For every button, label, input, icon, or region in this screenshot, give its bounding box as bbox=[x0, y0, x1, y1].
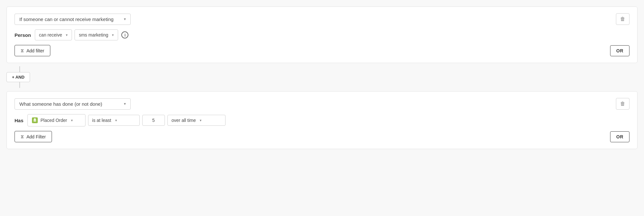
block2-time-chevron-icon: ▾ bbox=[200, 118, 202, 123]
block2-trash-icon: 🗑 bbox=[620, 101, 625, 107]
block2-or-label: OR bbox=[616, 134, 623, 139]
block2-has-row: Has Placed Order ▾ is at least ▾ over al… bbox=[15, 114, 629, 126]
block1-person-row: Person can receive ▾ sms marketing ▾ i bbox=[15, 29, 629, 40]
block2-or-button[interactable]: OR bbox=[610, 131, 629, 142]
block1-add-filter-button[interactable]: ⧖ Add filter bbox=[15, 45, 50, 56]
block1-or-label: OR bbox=[616, 48, 623, 53]
block2-delete-button[interactable]: 🗑 bbox=[616, 98, 629, 110]
block2-add-filter-label: Add Filter bbox=[26, 134, 46, 139]
shopify-bag-icon bbox=[32, 117, 38, 124]
block2-filter-icon: ⧖ bbox=[21, 134, 24, 139]
block2-add-filter-button[interactable]: ⧖ Add Filter bbox=[15, 131, 52, 142]
block2-count-input[interactable] bbox=[142, 115, 165, 126]
block1-can-receive-select[interactable]: can receive ▾ bbox=[35, 29, 72, 40]
and-connector: + AND bbox=[6, 63, 638, 91]
block1-condition-chevron-icon: ▾ bbox=[124, 17, 126, 21]
block1-can-receive-chevron-icon: ▾ bbox=[66, 33, 68, 37]
block1-bottom-row: ⧖ Add filter OR bbox=[15, 45, 629, 56]
block1-filter-icon: ⧖ bbox=[21, 48, 24, 53]
block1-add-filter-label: Add filter bbox=[26, 48, 44, 53]
block1-top-row: If someone can or cannot receive marketi… bbox=[15, 13, 629, 25]
block2-time-select[interactable]: over all time ▾ bbox=[167, 115, 226, 126]
and-connector-line-bottom bbox=[19, 82, 20, 88]
condition-block-2: What someone has done (or not done) ▾ 🗑 … bbox=[6, 91, 638, 149]
block1-can-receive-label: can receive bbox=[39, 32, 62, 38]
block2-frequency-select[interactable]: is at least ▾ bbox=[88, 115, 140, 126]
block2-frequency-label: is at least bbox=[92, 118, 111, 123]
condition-block-1: If someone can or cannot receive marketi… bbox=[6, 6, 638, 63]
block2-condition-label: What someone has done (or not done) bbox=[19, 101, 102, 107]
block2-condition-select[interactable]: What someone has done (or not done) ▾ bbox=[15, 98, 131, 110]
block2-frequency-chevron-icon: ▾ bbox=[115, 118, 117, 123]
block2-placed-order-select[interactable]: Placed Order ▾ bbox=[27, 114, 86, 126]
block1-condition-select[interactable]: If someone can or cannot receive marketi… bbox=[15, 14, 131, 25]
block1-marketing-type-label: sms marketing bbox=[79, 32, 108, 38]
block1-info-icon[interactable]: i bbox=[121, 31, 128, 38]
block1-trash-icon: 🗑 bbox=[620, 16, 625, 22]
block1-or-button[interactable]: OR bbox=[610, 45, 629, 56]
and-label: + AND bbox=[12, 75, 25, 80]
and-connector-line-top bbox=[19, 66, 20, 72]
block1-person-label: Person bbox=[15, 32, 31, 38]
block2-has-label: Has bbox=[15, 118, 24, 123]
block2-time-label: over all time bbox=[172, 118, 196, 123]
block1-condition-label: If someone can or cannot receive marketi… bbox=[19, 16, 114, 22]
block1-marketing-chevron-icon: ▾ bbox=[112, 33, 114, 37]
block1-marketing-type-select[interactable]: sms marketing ▾ bbox=[75, 29, 118, 40]
and-button[interactable]: + AND bbox=[6, 72, 30, 82]
block2-placed-order-label: Placed Order bbox=[41, 118, 67, 123]
block2-bottom-row: ⧖ Add Filter OR bbox=[15, 131, 629, 142]
block2-placed-order-chevron-icon: ▾ bbox=[71, 118, 73, 123]
block1-delete-button[interactable]: 🗑 bbox=[616, 13, 629, 25]
block2-condition-chevron-icon: ▾ bbox=[124, 102, 126, 106]
block2-top-row: What someone has done (or not done) ▾ 🗑 bbox=[15, 98, 629, 110]
